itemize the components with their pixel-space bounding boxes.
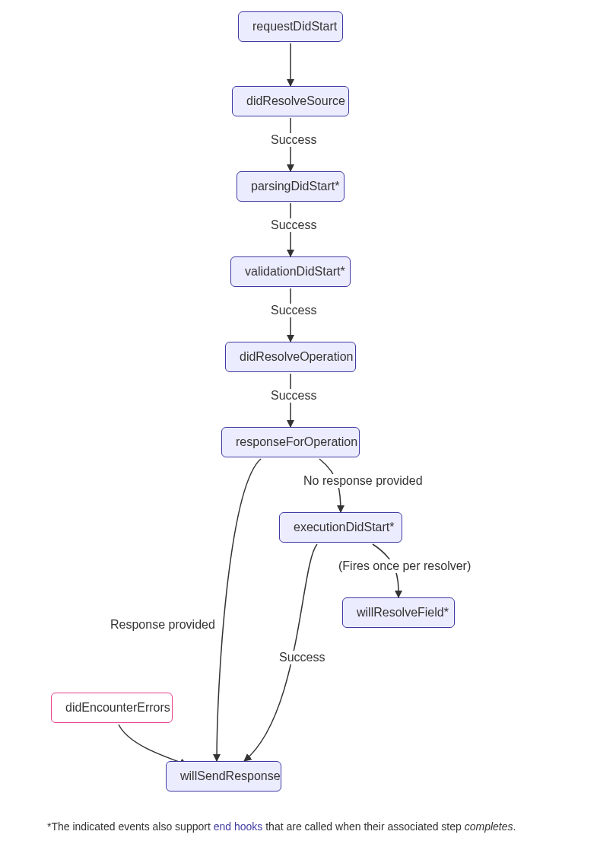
node-didResolveOperation: didResolveOperation xyxy=(225,342,356,372)
node-validationDidStart: validationDidStart* xyxy=(230,256,351,287)
edge-label-success-1: Success xyxy=(269,133,318,147)
node-requestDidStart: requestDidStart xyxy=(238,11,343,42)
edge-label-success-4: Success xyxy=(269,389,318,403)
node-executionDidStart: executionDidStart* xyxy=(279,512,402,543)
node-parsingDidStart: parsingDidStart* xyxy=(237,171,345,202)
node-didResolveSource: didResolveSource xyxy=(232,86,349,116)
node-responseForOperation: responseForOperation xyxy=(221,427,360,457)
edge-label-success-5: Success xyxy=(278,651,326,664)
footnote-suffix: that are called when their associated st… xyxy=(262,820,464,833)
edge-label-response-provided: Response provided xyxy=(109,618,217,632)
node-willSendResponse: willSendResponse xyxy=(166,761,281,792)
node-willResolveField: willResolveField* xyxy=(342,597,455,628)
footnote: *The indicated events also support end h… xyxy=(47,820,516,833)
footnote-link[interactable]: end hooks xyxy=(214,820,263,833)
edge-label-success-2: Success xyxy=(269,218,318,232)
node-didEncounterErrors: didEncounterErrors xyxy=(51,693,173,723)
footnote-em: completes xyxy=(465,820,513,833)
edge-label-success-3: Success xyxy=(269,304,318,317)
diagram-canvas: requestDidStart didResolveSource parsing… xyxy=(0,0,616,860)
footnote-prefix: *The indicated events also support xyxy=(47,820,214,833)
edge-label-no-response: No response provided xyxy=(302,474,424,488)
edge-responsefor-to-willsend xyxy=(217,459,261,761)
edge-errors-to-willsend xyxy=(119,725,187,765)
edge-label-fires-per-resolver: (Fires once per resolver) xyxy=(337,559,472,573)
footnote-tail: . xyxy=(513,820,516,833)
